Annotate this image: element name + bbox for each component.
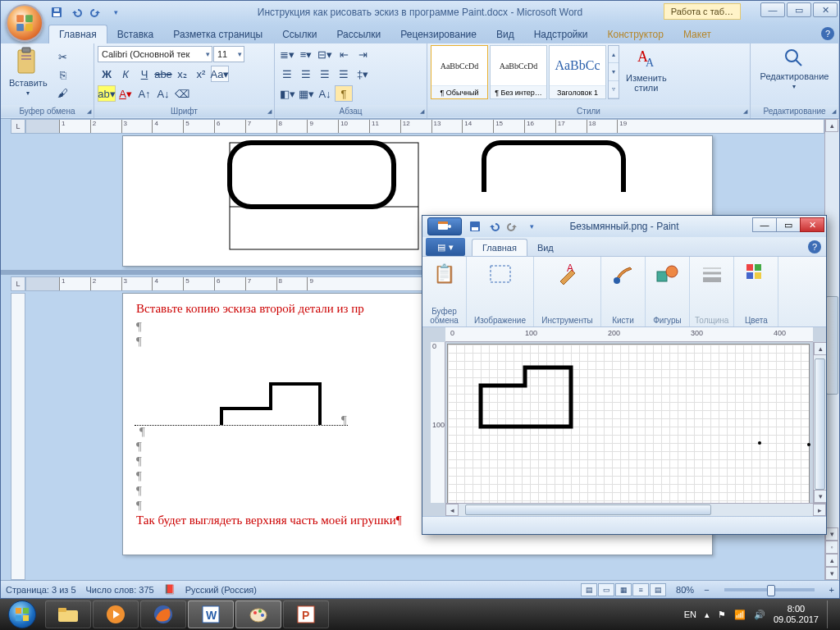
tab-mailings[interactable]: Рассылки [326,25,390,43]
start-button[interactable] [0,599,44,630]
taskbar-word[interactable]: W [188,600,234,628]
multilevel-button[interactable]: ⊟▾ [316,46,334,62]
inc-indent-button[interactable]: ⇥ [354,46,372,62]
sort-button[interactable]: A↓ [316,85,334,102]
subscript-button[interactable]: x₂ [173,66,191,82]
underline-button[interactable]: Ч [135,66,153,82]
superscript-button[interactable]: x² [192,66,210,82]
italic-button[interactable]: К [116,66,135,82]
tab-insert[interactable]: Вставка [107,25,164,43]
copy-icon[interactable]: ⎘ [54,66,72,83]
h-ruler-top[interactable]: 12345678910111213141516171819 [25,119,824,134]
tab-page-layout[interactable]: Разметка страницы [163,25,272,43]
tab-addins[interactable]: Надстройки [524,25,598,43]
paint-vscrollbar[interactable]: ▴▾ [813,342,826,503]
status-lang[interactable]: Русский (Россия) [185,585,257,595]
view-web[interactable]: ▦ [615,583,632,596]
gallery-scroll[interactable]: ▴▾▿ [608,45,619,99]
clipboard-icon[interactable]: 📋 [431,260,459,288]
change-styles-button[interactable]: AA Изменить стили [621,45,672,94]
zoom-slider[interactable] [724,588,815,591]
tab-review[interactable]: Рецензирование [390,25,486,43]
taskbar-firefox[interactable] [140,600,186,628]
tools-icon[interactable]: A [554,260,582,288]
tray-clock[interactable]: 8:00 09.05.2017 [774,604,819,625]
shading-button[interactable]: ◧▾ [278,85,296,102]
ruler-corner-2[interactable]: L [11,276,25,291]
align-right-button[interactable]: ☰ [316,66,334,82]
paint-tab-view[interactable]: Вид [527,240,564,256]
zoom-in[interactable]: + [829,585,834,595]
word-titlebar[interactable]: ▾ Инструкция как рисовать эскиз в програ… [1,1,839,24]
bullets-button[interactable]: ≣▾ [278,46,296,62]
show-marks-button[interactable]: ¶ [335,85,353,102]
tray-flag-icon[interactable]: ⚑ [718,609,726,620]
paint-v-ruler[interactable]: 0100 [431,342,445,503]
proofing-icon[interactable]: 📕 [164,584,176,595]
paint-qat-more[interactable]: ▾ [523,218,540,235]
save-icon[interactable] [48,4,65,21]
show-desktop-button[interactable] [827,600,833,628]
tray-lang[interactable]: EN [684,609,696,619]
paint-minimize[interactable]: — [752,217,777,232]
office-button[interactable] [6,4,43,42]
qat-more-icon[interactable]: ▾ [107,4,124,21]
ruler-corner[interactable]: L [11,119,25,134]
find-button[interactable]: Редактирование ▾ [756,45,834,92]
colors-icon[interactable] [742,260,770,288]
strike-button[interactable]: abe [154,66,172,82]
style-no-spacing[interactable]: AaBbCcDd ¶ Без интер… [490,45,547,99]
view-read[interactable]: ▭ [598,583,614,596]
line-spacing-button[interactable]: ‡▾ [354,66,372,82]
tray-arrow-icon[interactable]: ▴ [705,609,710,620]
paint-close[interactable]: ✕ [800,217,824,232]
paint-file-menu[interactable]: ▤ ▾ [426,238,465,256]
format-painter-icon[interactable]: 🖌 [54,84,72,101]
status-words[interactable]: Число слов: 375 [86,585,154,595]
tab-layout[interactable]: Макет [673,25,721,43]
help-icon[interactable]: ? [821,27,834,40]
style-normal[interactable]: AaBbCcDd ¶ Обычный [431,45,488,99]
tab-design[interactable]: Конструктор [598,25,673,43]
paint-redo-icon[interactable] [504,218,521,235]
dec-indent-button[interactable]: ⇤ [335,46,353,62]
brush-icon[interactable] [609,260,637,288]
justify-button[interactable]: ☰ [335,66,353,82]
paint-save-icon[interactable] [467,218,483,235]
paint-hscrollbar[interactable]: ◂▸ [445,503,826,516]
paint-help-icon[interactable]: ? [808,240,821,253]
select-icon[interactable] [486,260,514,288]
paint-appmenu-icon[interactable] [427,217,462,235]
paint-tab-home[interactable]: Главная [472,239,527,256]
tab-references[interactable]: Ссылки [272,25,326,43]
view-draft[interactable]: ▤ [650,583,666,596]
paste-button[interactable]: Вставить ▾ [4,45,52,98]
tab-home[interactable]: Главная [48,25,107,43]
change-case-button[interactable]: Aa▾ [211,66,229,82]
redo-icon[interactable] [88,4,104,21]
taskbar-powerpoint[interactable]: P [283,600,329,628]
close-button[interactable]: ✕ [813,2,838,17]
paint-h-ruler[interactable]: 0100200300400 [445,327,813,342]
undo-icon[interactable] [68,4,84,21]
clear-format-button[interactable]: ⌫ [173,85,191,102]
paint-canvas[interactable] [447,344,810,508]
align-center-button[interactable]: ☰ [297,66,315,82]
font-color-button[interactable]: A▾ [116,85,135,102]
minimize-button[interactable]: — [760,2,785,17]
status-page[interactable]: Страница: 3 из 5 [6,585,76,595]
tray-volume-icon[interactable]: 🔊 [754,609,765,620]
font-name-combo[interactable]: Calibri (Основной тек [98,46,212,62]
grow-font-button[interactable]: A↑ [135,85,153,102]
shrink-font-button[interactable]: A↓ [154,85,172,102]
v-ruler[interactable] [11,293,25,580]
maximize-button[interactable]: ▭ [787,2,811,17]
paint-maximize[interactable]: ▭ [776,217,801,232]
paint-undo-icon[interactable] [486,218,502,235]
tray-network-icon[interactable]: 📶 [734,609,746,620]
borders-button[interactable]: ▦▾ [297,85,315,102]
paint-titlebar[interactable]: ▾ Безымянный.png - Paint — ▭ ✕ [422,216,826,237]
taskbar-explorer[interactable] [45,600,91,628]
view-outline[interactable]: ≡ [632,583,649,596]
view-print[interactable]: ▤ [581,583,597,596]
